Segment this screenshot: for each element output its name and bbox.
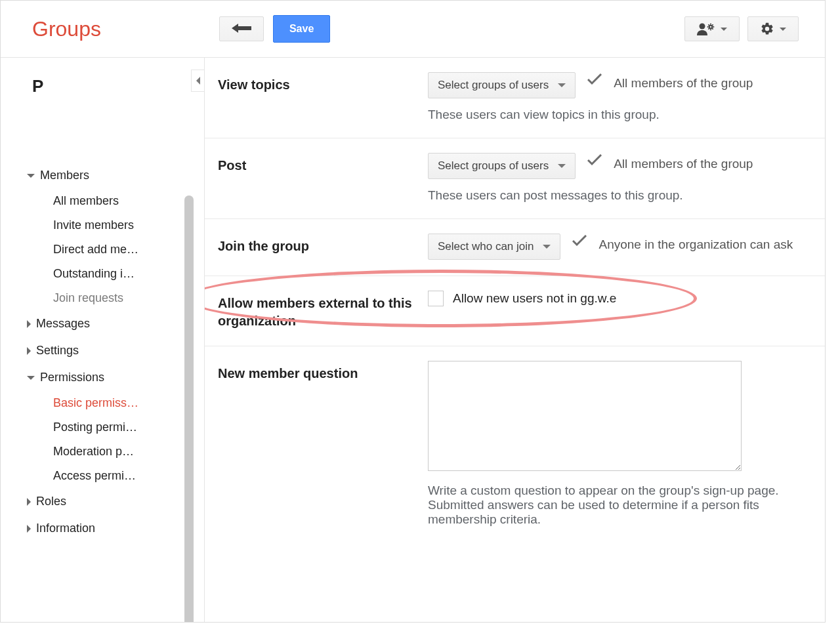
svg-line-6: [708, 24, 709, 25]
checkmark-icon: [587, 73, 602, 85]
allow-external-checkbox[interactable]: [428, 291, 444, 306]
chevron-down-icon: [27, 376, 35, 380]
chevron-right-icon: [27, 320, 31, 328]
select-label: Select groups of users: [438, 159, 549, 173]
sidebar-nav: Members All members Invite members Direc…: [1, 162, 204, 542]
svg-line-8: [708, 28, 709, 29]
sidebar-section-label: Information: [36, 522, 95, 535]
sidebar-section-label: Members: [40, 169, 89, 182]
sidebar-item-all-members[interactable]: All members: [53, 189, 175, 213]
row-allow-external: Allow members external to this organizat…: [205, 276, 825, 346]
row-post: Post Select groups of users All members …: [205, 138, 825, 219]
sidebar-section-label: Settings: [36, 344, 79, 358]
selected-value: All members of the group: [614, 76, 753, 91]
row-label: New member question: [218, 361, 428, 527]
sidebar-section-members[interactable]: Members: [27, 162, 204, 189]
sidebar-section-information[interactable]: Information: [27, 515, 204, 542]
chevron-left-icon: [196, 77, 200, 85]
sidebar-item-invite-members[interactable]: Invite members: [53, 213, 175, 237]
main-content: View topics Select groups of users All m…: [204, 58, 825, 623]
sidebar-item-posting-permissions[interactable]: Posting permi…: [53, 415, 175, 440]
sidebar-section-messages[interactable]: Messages: [27, 310, 204, 337]
row-label: Post: [218, 153, 428, 203]
app-logo: Groups: [32, 17, 101, 41]
chevron-right-icon: [27, 498, 31, 506]
chevron-down-icon: [558, 83, 566, 87]
svg-point-0: [700, 24, 705, 30]
settings-menu-button[interactable]: [747, 16, 799, 41]
sidebar-item-basic-permissions[interactable]: Basic permiss…: [53, 391, 175, 415]
select-label: Select groups of users: [438, 79, 549, 92]
select-label: Select who can join: [438, 240, 534, 253]
gear-icon: [760, 22, 774, 36]
checkmark-icon: [572, 235, 587, 247]
chevron-down-icon: [27, 174, 35, 178]
sidebar-item-access-permissions[interactable]: Access permi…: [53, 464, 175, 488]
checkmark-icon: [587, 154, 602, 166]
sidebar-item-outstanding-invites[interactable]: Outstanding i…: [53, 262, 175, 286]
sidebar-collapse-toggle[interactable]: [191, 70, 205, 92]
sidebar-section-label: Messages: [36, 317, 90, 331]
chevron-down-icon: [558, 164, 566, 168]
row-view-topics: View topics Select groups of users All m…: [205, 58, 825, 138]
sidebar-scrollbar[interactable]: [184, 195, 194, 623]
save-button[interactable]: Save: [273, 15, 330, 43]
post-select[interactable]: Select groups of users: [428, 153, 576, 179]
group-initial: P: [32, 76, 204, 96]
help-text: These users can post messages to this gr…: [428, 188, 805, 203]
header: Groups Save: [1, 1, 825, 58]
chevron-down-icon: [543, 245, 551, 249]
help-text: These users can view topics in this grou…: [428, 108, 805, 122]
sidebar-item-direct-add-members[interactable]: Direct add me…: [53, 237, 175, 262]
sidebar-section-settings[interactable]: Settings: [27, 337, 204, 364]
selected-value: Anyone in the organization can ask: [598, 237, 793, 252]
row-label: Allow members external to this organizat…: [218, 291, 428, 330]
sidebar-scrollbar-thumb[interactable]: [184, 195, 194, 623]
help-text: Write a custom question to appear on the…: [428, 483, 805, 527]
join-select[interactable]: Select who can join: [428, 234, 560, 260]
app-frame: Groups Save: [0, 0, 826, 623]
sidebar-section-label: Permissions: [40, 371, 104, 384]
group-members-menu-button[interactable]: [684, 16, 740, 41]
row-label: Join the group: [218, 234, 428, 260]
svg-point-1: [709, 26, 713, 29]
sidebar-section-label: Roles: [36, 495, 66, 508]
sidebar-section-permissions[interactable]: Permissions: [27, 364, 204, 391]
chevron-right-icon: [27, 525, 31, 533]
sidebar-item-moderation-permissions[interactable]: Moderation p…: [53, 440, 175, 464]
svg-line-7: [712, 28, 713, 29]
row-label: View topics: [218, 72, 428, 122]
view-topics-select[interactable]: Select groups of users: [428, 72, 576, 98]
selected-value: All members of the group: [614, 157, 753, 171]
chevron-down-icon: [780, 28, 786, 31]
back-button[interactable]: [219, 16, 264, 41]
row-new-member-question: New member question Write a custom quest…: [205, 346, 825, 543]
back-arrow-icon: [232, 20, 251, 37]
svg-line-9: [712, 24, 713, 25]
checkbox-label: Allow new users not in gg.w.e: [453, 291, 616, 306]
chevron-right-icon: [27, 347, 31, 355]
body: P Members All members Invite members Dir…: [1, 58, 825, 623]
row-join-group: Join the group Select who can join Anyon…: [205, 219, 825, 276]
new-member-question-textarea[interactable]: [428, 361, 742, 471]
sidebar: P Members All members Invite members Dir…: [1, 58, 204, 623]
sidebar-section-roles[interactable]: Roles: [27, 488, 204, 515]
sidebar-item-join-requests[interactable]: Join requests: [53, 286, 175, 310]
person-gear-icon: [697, 22, 715, 35]
chevron-down-icon: [721, 28, 727, 31]
